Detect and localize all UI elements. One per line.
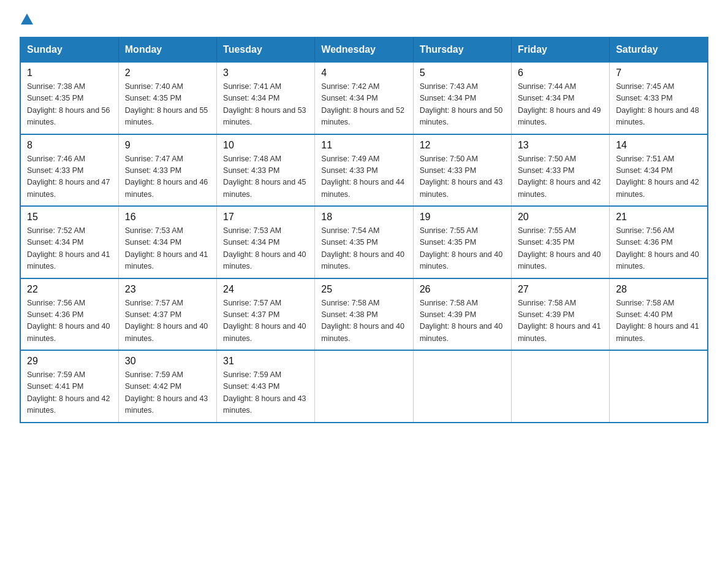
day-number: 4 <box>321 67 406 79</box>
day-info: Sunrise: 7:53 AMSunset: 4:34 PMDaylight:… <box>125 226 208 270</box>
day-info: Sunrise: 7:59 AMSunset: 4:41 PMDaylight:… <box>27 370 110 415</box>
calendar-week-row: 29 Sunrise: 7:59 AMSunset: 4:41 PMDaylig… <box>20 350 708 423</box>
day-info: Sunrise: 7:58 AMSunset: 4:38 PMDaylight:… <box>321 299 404 343</box>
calendar-week-row: 1 Sunrise: 7:38 AMSunset: 4:35 PMDayligh… <box>20 62 708 134</box>
day-number: 21 <box>616 212 701 223</box>
day-info: Sunrise: 7:55 AMSunset: 4:35 PMDaylight:… <box>518 226 601 270</box>
logo-text <box>20 15 34 26</box>
day-info: Sunrise: 7:56 AMSunset: 4:36 PMDaylight:… <box>27 299 110 343</box>
calendar-week-row: 22 Sunrise: 7:56 AMSunset: 4:36 PMDaylig… <box>20 278 708 351</box>
day-info: Sunrise: 7:50 AMSunset: 4:33 PMDaylight:… <box>420 155 503 199</box>
calendar-cell: 10 Sunrise: 7:48 AMSunset: 4:33 PMDaylig… <box>217 134 315 207</box>
day-number: 16 <box>125 212 210 223</box>
day-number: 5 <box>420 67 505 79</box>
day-info: Sunrise: 7:40 AMSunset: 4:35 PMDaylight:… <box>125 82 208 126</box>
calendar-cell <box>315 350 413 423</box>
calendar-cell: 7 Sunrise: 7:45 AMSunset: 4:33 PMDayligh… <box>610 62 708 134</box>
calendar-cell: 31 Sunrise: 7:59 AMSunset: 4:43 PMDaylig… <box>217 350 315 423</box>
day-number: 31 <box>223 356 308 367</box>
weekday-header-wednesday: Wednesday <box>315 37 413 62</box>
calendar-cell: 2 Sunrise: 7:40 AMSunset: 4:35 PMDayligh… <box>118 62 216 134</box>
calendar-cell: 9 Sunrise: 7:47 AMSunset: 4:33 PMDayligh… <box>118 134 216 207</box>
calendar-table: SundayMondayTuesdayWednesdayThursdayFrid… <box>20 37 708 423</box>
calendar-cell: 5 Sunrise: 7:43 AMSunset: 4:34 PMDayligh… <box>413 62 511 134</box>
weekday-header-sunday: Sunday <box>20 37 118 62</box>
day-info: Sunrise: 7:38 AMSunset: 4:35 PMDaylight:… <box>27 82 110 126</box>
day-number: 17 <box>223 212 308 223</box>
day-number: 11 <box>321 140 406 151</box>
day-number: 22 <box>27 284 112 295</box>
calendar-cell: 8 Sunrise: 7:46 AMSunset: 4:33 PMDayligh… <box>20 134 118 207</box>
weekday-header-thursday: Thursday <box>413 37 511 62</box>
calendar-cell <box>413 350 511 423</box>
calendar-week-row: 15 Sunrise: 7:52 AMSunset: 4:34 PMDaylig… <box>20 206 708 278</box>
calendar-cell: 11 Sunrise: 7:49 AMSunset: 4:33 PMDaylig… <box>315 134 413 207</box>
day-number: 25 <box>321 284 406 295</box>
page-header <box>20 15 708 26</box>
calendar-cell: 23 Sunrise: 7:57 AMSunset: 4:37 PMDaylig… <box>118 278 216 351</box>
day-info: Sunrise: 7:59 AMSunset: 4:42 PMDaylight:… <box>125 370 208 415</box>
calendar-cell: 30 Sunrise: 7:59 AMSunset: 4:42 PMDaylig… <box>118 350 216 423</box>
calendar-cell: 12 Sunrise: 7:50 AMSunset: 4:33 PMDaylig… <box>413 134 511 207</box>
day-number: 7 <box>616 67 701 79</box>
calendar-cell: 24 Sunrise: 7:57 AMSunset: 4:37 PMDaylig… <box>217 278 315 351</box>
day-info: Sunrise: 7:58 AMSunset: 4:40 PMDaylight:… <box>616 299 699 343</box>
calendar-cell: 13 Sunrise: 7:50 AMSunset: 4:33 PMDaylig… <box>511 134 609 207</box>
day-number: 24 <box>223 284 308 295</box>
day-number: 3 <box>223 67 308 79</box>
day-info: Sunrise: 7:45 AMSunset: 4:33 PMDaylight:… <box>616 82 699 126</box>
day-number: 10 <box>223 140 308 151</box>
calendar-cell: 28 Sunrise: 7:58 AMSunset: 4:40 PMDaylig… <box>610 278 708 351</box>
calendar-cell <box>511 350 609 423</box>
calendar-cell: 22 Sunrise: 7:56 AMSunset: 4:36 PMDaylig… <box>20 278 118 351</box>
day-info: Sunrise: 7:58 AMSunset: 4:39 PMDaylight:… <box>518 299 601 343</box>
day-info: Sunrise: 7:49 AMSunset: 4:33 PMDaylight:… <box>321 155 404 199</box>
day-number: 29 <box>27 356 112 367</box>
calendar-cell: 16 Sunrise: 7:53 AMSunset: 4:34 PMDaylig… <box>118 206 216 278</box>
calendar-cell: 17 Sunrise: 7:53 AMSunset: 4:34 PMDaylig… <box>217 206 315 278</box>
weekday-header-friday: Friday <box>511 37 609 62</box>
weekday-header-row: SundayMondayTuesdayWednesdayThursdayFrid… <box>20 37 708 62</box>
day-info: Sunrise: 7:41 AMSunset: 4:34 PMDaylight:… <box>223 82 306 126</box>
day-number: 14 <box>616 140 701 151</box>
day-number: 15 <box>27 212 112 223</box>
calendar-cell: 27 Sunrise: 7:58 AMSunset: 4:39 PMDaylig… <box>511 278 609 351</box>
day-info: Sunrise: 7:51 AMSunset: 4:34 PMDaylight:… <box>616 155 699 199</box>
day-info: Sunrise: 7:55 AMSunset: 4:35 PMDaylight:… <box>420 226 503 270</box>
day-info: Sunrise: 7:47 AMSunset: 4:33 PMDaylight:… <box>125 155 208 199</box>
day-number: 27 <box>518 284 603 295</box>
day-info: Sunrise: 7:56 AMSunset: 4:36 PMDaylight:… <box>616 226 699 270</box>
day-info: Sunrise: 7:58 AMSunset: 4:39 PMDaylight:… <box>420 299 503 343</box>
day-info: Sunrise: 7:44 AMSunset: 4:34 PMDaylight:… <box>518 82 601 126</box>
calendar-cell: 18 Sunrise: 7:54 AMSunset: 4:35 PMDaylig… <box>315 206 413 278</box>
logo <box>20 15 34 26</box>
day-number: 13 <box>518 140 603 151</box>
day-info: Sunrise: 7:42 AMSunset: 4:34 PMDaylight:… <box>321 82 404 126</box>
day-info: Sunrise: 7:50 AMSunset: 4:33 PMDaylight:… <box>518 155 601 199</box>
calendar-cell: 3 Sunrise: 7:41 AMSunset: 4:34 PMDayligh… <box>217 62 315 134</box>
day-number: 9 <box>125 140 210 151</box>
calendar-cell: 26 Sunrise: 7:58 AMSunset: 4:39 PMDaylig… <box>413 278 511 351</box>
day-info: Sunrise: 7:57 AMSunset: 4:37 PMDaylight:… <box>125 299 208 343</box>
day-number: 6 <box>518 67 603 79</box>
calendar-cell: 25 Sunrise: 7:58 AMSunset: 4:38 PMDaylig… <box>315 278 413 351</box>
day-info: Sunrise: 7:57 AMSunset: 4:37 PMDaylight:… <box>223 299 306 343</box>
day-number: 19 <box>420 212 505 223</box>
calendar-cell: 6 Sunrise: 7:44 AMSunset: 4:34 PMDayligh… <box>511 62 609 134</box>
day-info: Sunrise: 7:48 AMSunset: 4:33 PMDaylight:… <box>223 155 306 199</box>
day-info: Sunrise: 7:53 AMSunset: 4:34 PMDaylight:… <box>223 226 306 270</box>
day-number: 28 <box>616 284 701 295</box>
day-number: 18 <box>321 212 406 223</box>
calendar-cell: 14 Sunrise: 7:51 AMSunset: 4:34 PMDaylig… <box>610 134 708 207</box>
day-number: 26 <box>420 284 505 295</box>
weekday-header-monday: Monday <box>118 37 216 62</box>
day-number: 23 <box>125 284 210 295</box>
calendar-cell: 20 Sunrise: 7:55 AMSunset: 4:35 PMDaylig… <box>511 206 609 278</box>
day-info: Sunrise: 7:43 AMSunset: 4:34 PMDaylight:… <box>420 82 503 126</box>
calendar-cell: 15 Sunrise: 7:52 AMSunset: 4:34 PMDaylig… <box>20 206 118 278</box>
calendar-cell: 1 Sunrise: 7:38 AMSunset: 4:35 PMDayligh… <box>20 62 118 134</box>
day-info: Sunrise: 7:54 AMSunset: 4:35 PMDaylight:… <box>321 226 404 270</box>
calendar-cell <box>610 350 708 423</box>
weekday-header-saturday: Saturday <box>610 37 708 62</box>
calendar-cell: 4 Sunrise: 7:42 AMSunset: 4:34 PMDayligh… <box>315 62 413 134</box>
